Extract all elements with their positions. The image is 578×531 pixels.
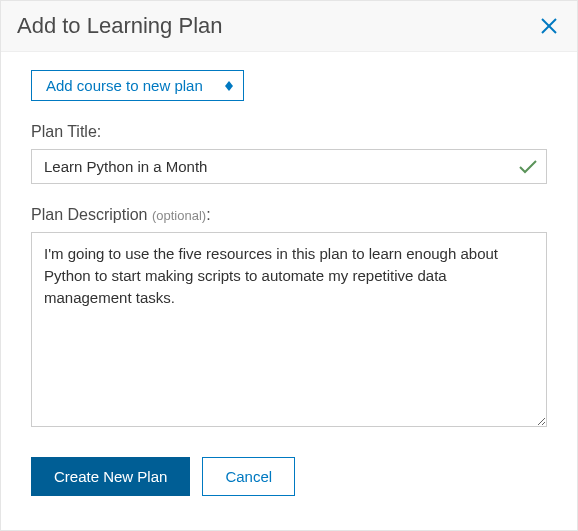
plan-title-input-wrapper [31,149,547,184]
checkmark-icon [519,160,537,174]
dialog-title: Add to Learning Plan [17,13,223,39]
plan-title-label: Plan Title: [31,123,547,141]
plan-title-field: Plan Title: [31,123,547,184]
dropdown-selected-label: Add course to new plan [46,77,203,94]
dialog-body: Add course to new plan Plan Title: Plan … [1,52,577,516]
svg-marker-3 [225,86,233,91]
plan-title-input[interactable] [31,149,547,184]
create-new-plan-button[interactable]: Create New Plan [31,457,190,496]
plan-description-label: Plan Description (optional): [31,206,547,224]
close-button[interactable] [539,16,559,36]
close-icon [540,17,558,35]
add-to-learning-plan-dialog: Add to Learning Plan Add course to new p… [0,0,578,531]
plan-description-field: Plan Description (optional): [31,206,547,431]
dialog-header: Add to Learning Plan [1,1,577,52]
plan-mode-dropdown[interactable]: Add course to new plan [31,70,244,101]
cancel-button[interactable]: Cancel [202,457,295,496]
dialog-actions: Create New Plan Cancel [31,457,547,496]
plan-description-textarea[interactable] [31,232,547,427]
sort-arrows-icon [225,81,233,91]
